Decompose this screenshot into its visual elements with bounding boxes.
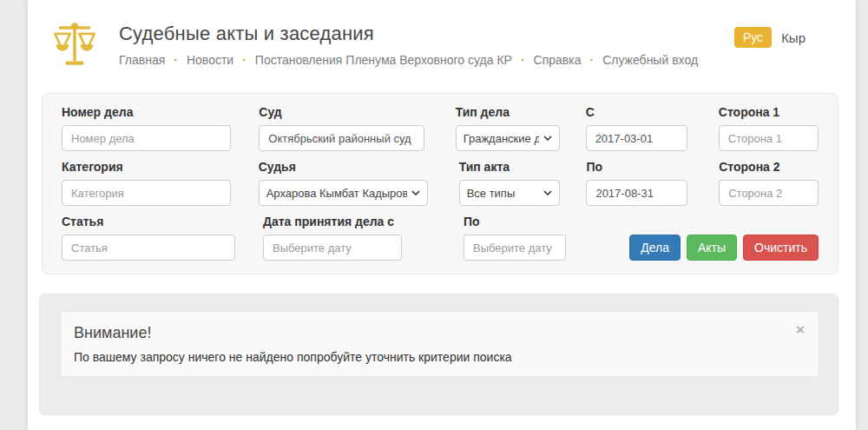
alert-title: Внимание! <box>74 324 805 342</box>
category-input[interactable] <box>62 180 231 206</box>
nav-link-plenum-resolutions[interactable]: Постановления Пленума Верховного суда КР <box>255 53 534 67</box>
judge-selected-value: Архарова Кымбат Кадыровна <box>266 187 407 200</box>
party1-input[interactable] <box>719 125 819 151</box>
act-type-selected-value: Все типы <box>467 187 540 200</box>
results-panel: Внимание! По вашему запросу ничего не на… <box>39 294 838 415</box>
act-type-field-group: Тип акта Все типы <box>459 160 561 206</box>
clear-button[interactable]: Очистить <box>743 235 819 261</box>
date-to-field-group: По <box>586 160 687 206</box>
nav-link-news[interactable]: Новости <box>187 53 255 67</box>
scales-of-justice-logo-icon <box>50 19 99 71</box>
accept-date-to-input[interactable] <box>464 235 566 261</box>
accept-date-from-label: Дата принятия дела с <box>263 215 402 229</box>
chevron-down-icon <box>411 190 420 195</box>
chevron-down-icon <box>543 136 552 141</box>
accept-date-from-input[interactable] <box>263 235 402 261</box>
accept-date-from-field-group: Дата принятия дела с <box>263 215 402 261</box>
article-field-group: Статья <box>62 215 235 261</box>
party1-field-group: Сторона 1 <box>719 105 819 151</box>
lang-rus-button[interactable]: Рус <box>734 27 772 48</box>
category-label: Категория <box>62 160 231 175</box>
party2-field-group: Сторона 2 <box>719 160 819 206</box>
close-icon[interactable]: × <box>796 322 805 337</box>
language-switcher: Рус Кыр <box>734 27 806 48</box>
main-container: Судебные акты и заседания Главная Новост… <box>28 0 856 430</box>
judge-select[interactable]: Архарова Кымбат Кадыровна <box>259 180 428 206</box>
header-text-block: Судебные акты и заседания Главная Новост… <box>119 23 698 67</box>
date-from-input[interactable] <box>586 125 687 151</box>
case-number-input[interactable] <box>62 125 231 151</box>
accept-date-to-label: По <box>464 215 566 229</box>
judge-label: Судья <box>259 160 428 175</box>
cases-button[interactable]: Дела <box>629 235 681 261</box>
form-actions: Дела Акты Очистить <box>629 235 819 261</box>
chevron-down-icon <box>543 190 552 195</box>
page-title: Судебные акты и заседания <box>119 23 698 45</box>
article-input[interactable] <box>62 235 235 261</box>
case-type-field-group: Тип дела Гражданские дела <box>456 105 560 151</box>
court-label: Суд <box>259 105 424 120</box>
no-results-alert: Внимание! По вашему запросу ничего не на… <box>60 311 819 377</box>
article-label: Статья <box>62 215 235 229</box>
form-row-1: Номер дела Суд Тип дела Гражданские дела… <box>62 105 819 151</box>
party1-label: Сторона 1 <box>719 105 819 120</box>
act-type-label: Тип акта <box>459 160 561 175</box>
category-field-group: Категория <box>62 160 231 206</box>
form-row-3: Статья Дата принятия дела с По Дела Акты… <box>62 215 819 261</box>
case-type-select[interactable]: Гражданские дела <box>456 125 560 151</box>
case-type-selected-value: Гражданские дела <box>464 132 539 145</box>
judge-field-group: Судья Архарова Кымбат Кадыровна <box>259 160 428 206</box>
acts-button[interactable]: Акты <box>687 235 737 261</box>
act-type-select[interactable]: Все типы <box>459 180 561 206</box>
alert-message: По вашему запросу ничего не найдено попр… <box>74 350 805 364</box>
nav-link-staff-login[interactable]: Служебный вход <box>602 53 698 67</box>
date-to-label: По <box>586 160 687 175</box>
accept-date-to-field-group: По <box>464 215 566 261</box>
nav-link-help[interactable]: Справка <box>534 53 603 67</box>
nav-link-home[interactable]: Главная <box>119 53 187 67</box>
form-row-2: Категория Судья Архарова Кымбат Кадыровн… <box>62 160 819 206</box>
court-field-group: Суд <box>259 105 424 151</box>
case-number-field-group: Номер дела <box>62 105 231 151</box>
case-number-label: Номер дела <box>62 105 231 120</box>
party2-input[interactable] <box>719 180 819 206</box>
date-from-field-group: С <box>586 105 687 151</box>
date-to-input[interactable] <box>586 180 687 206</box>
party2-label: Сторона 2 <box>719 160 819 175</box>
header: Судебные акты и заседания Главная Новост… <box>28 0 856 87</box>
date-from-label: С <box>586 105 687 120</box>
search-form-panel: Номер дела Суд Тип дела Гражданские дела… <box>42 93 838 275</box>
case-type-label: Тип дела <box>456 105 560 120</box>
main-nav: Главная Новости Постановления Пленума Ве… <box>119 53 698 67</box>
lang-kyr-link[interactable]: Кыр <box>781 30 806 45</box>
court-input[interactable] <box>259 125 424 151</box>
